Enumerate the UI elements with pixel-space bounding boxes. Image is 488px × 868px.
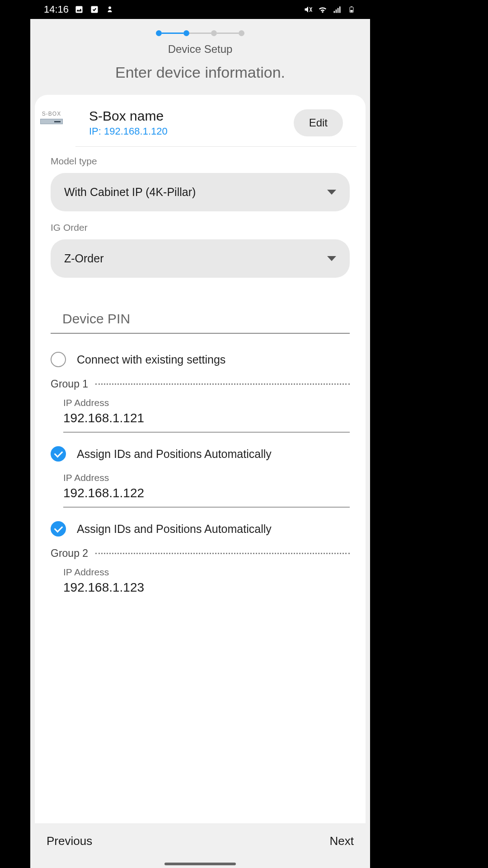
check-icon <box>89 5 99 14</box>
ip-block-3: IP Address 192.168.1.123 <box>51 567 350 595</box>
group-1-header: Group 1 <box>51 378 350 390</box>
device-icon: S-BOX <box>40 111 63 124</box>
chevron-down-icon <box>327 190 336 195</box>
ip-prefix: IP: <box>89 126 104 137</box>
step-2-dot <box>183 30 189 36</box>
step-4-dot <box>239 30 244 36</box>
svg-rect-6 <box>339 6 341 13</box>
step-line-2 <box>189 33 211 34</box>
nav-handle[interactable] <box>164 863 236 865</box>
device-pin-input[interactable] <box>51 302 350 334</box>
signal-icon <box>332 5 342 14</box>
gallery-icon <box>74 5 84 14</box>
stepper-label: Device Setup <box>30 43 370 56</box>
group-2-header: Group 2 <box>51 547 350 560</box>
progress-stepper <box>30 19 370 43</box>
svg-rect-9 <box>350 10 352 12</box>
status-time: 14:16 <box>44 4 69 15</box>
status-right <box>303 5 357 14</box>
device-name: S-Box name <box>89 108 294 124</box>
assign-auto-checkbox-2[interactable] <box>51 521 66 537</box>
assign-auto-row-2[interactable]: Assign IDs and Positions Automatically <box>51 521 350 537</box>
ig-order-select[interactable]: Z-Order <box>51 239 350 278</box>
step-line-3 <box>217 33 239 34</box>
ip-address-1[interactable]: 192.168.1.121 <box>63 411 350 433</box>
connect-existing-checkbox[interactable] <box>51 352 66 367</box>
ig-order-label: IG Order <box>51 222 350 233</box>
device-icon-label: S-BOX <box>40 111 63 117</box>
ig-order-value: Z-Order <box>64 252 104 265</box>
edit-button[interactable]: Edit <box>294 109 343 136</box>
previous-button[interactable]: Previous <box>47 834 92 848</box>
model-type-select[interactable]: With Cabinet IP (4K-Pillar) <box>51 173 350 211</box>
wifi-icon <box>318 5 328 14</box>
ip-address-label: IP Address <box>63 397 350 408</box>
chevron-down-icon <box>327 256 336 261</box>
device-header: S-BOX S-Box name IP: 192.168.1.120 Edit <box>75 108 357 147</box>
ip-block-1: IP Address 192.168.1.121 <box>51 397 350 433</box>
assign-auto-row-1[interactable]: Assign IDs and Positions Automatically <box>51 446 350 462</box>
ip-address-2[interactable]: 192.168.1.122 <box>63 486 350 508</box>
form-section: Model type With Cabinet IP (4K-Pillar) I… <box>35 156 366 595</box>
ip-block-2: IP Address 192.168.1.122 <box>51 472 350 508</box>
ip-address-3[interactable]: 192.168.1.123 <box>63 580 350 595</box>
app-content: Device Setup Enter device information. S… <box>30 19 370 868</box>
svg-point-2 <box>108 6 111 9</box>
assign-auto-label-2: Assign IDs and Positions Automatically <box>77 523 272 536</box>
dotted-divider <box>95 383 350 385</box>
sbox-graphic <box>40 119 63 124</box>
svg-rect-8 <box>351 6 352 7</box>
svg-rect-0 <box>76 6 83 13</box>
group-2-label: Group 2 <box>51 547 88 560</box>
ip-value: 192.168.1.120 <box>104 126 168 137</box>
step-line-1 <box>162 33 183 34</box>
mute-icon <box>303 5 313 14</box>
ip-address-label: IP Address <box>63 567 350 578</box>
status-left: 14:16 <box>44 4 115 15</box>
step-1-dot <box>156 30 162 36</box>
ip-address-label: IP Address <box>63 472 350 483</box>
form-card: S-BOX S-Box name IP: 192.168.1.120 Edit … <box>35 95 366 823</box>
assign-auto-checkbox-1[interactable] <box>51 446 66 462</box>
group-1-label: Group 1 <box>51 378 88 390</box>
model-type-label: Model type <box>51 156 350 167</box>
device-info: S-Box name IP: 192.168.1.120 <box>89 108 294 137</box>
connect-existing-row[interactable]: Connect with existing settings <box>51 352 350 367</box>
next-button[interactable]: Next <box>330 834 354 848</box>
status-bar: 14:16 <box>30 0 370 19</box>
dotted-divider <box>95 553 350 554</box>
connect-existing-label: Connect with existing settings <box>77 353 225 366</box>
svg-rect-3 <box>334 11 335 13</box>
device-ip: IP: 192.168.1.120 <box>89 126 294 137</box>
assign-auto-label-1: Assign IDs and Positions Automatically <box>77 448 272 461</box>
model-type-value: With Cabinet IP (4K-Pillar) <box>64 186 196 199</box>
footer-nav: Previous Next <box>30 823 370 859</box>
battery-icon <box>347 5 357 14</box>
svg-rect-5 <box>338 8 339 13</box>
phone-frame: 14:16 <box>30 0 370 868</box>
step-3-dot <box>211 30 217 36</box>
person-icon <box>105 5 115 14</box>
page-title: Enter device information. <box>30 64 370 81</box>
svg-rect-4 <box>336 9 337 13</box>
